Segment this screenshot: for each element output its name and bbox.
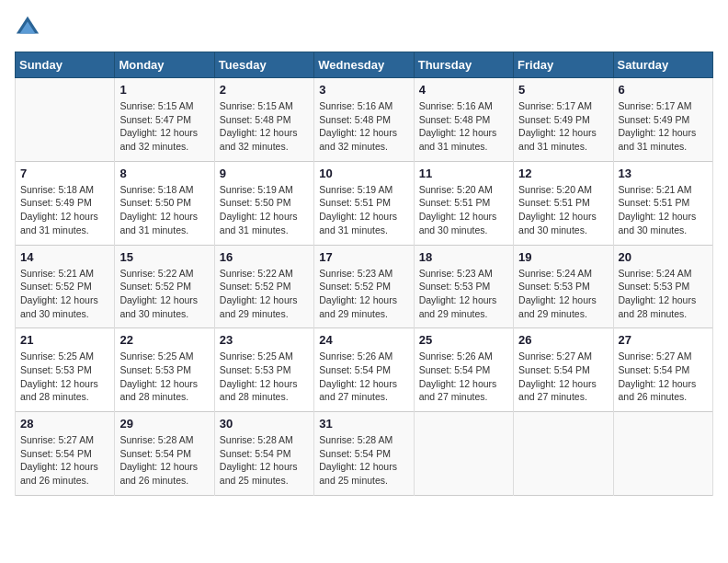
calendar-cell: 30Sunrise: 5:28 AMSunset: 5:54 PMDayligh…: [214, 412, 313, 496]
calendar-cell: 24Sunrise: 5:26 AMSunset: 5:54 PMDayligh…: [314, 328, 414, 412]
calendar-cell: 11Sunrise: 5:20 AMSunset: 5:51 PMDayligh…: [414, 161, 513, 245]
calendar-cell: 21Sunrise: 5:25 AMSunset: 5:53 PMDayligh…: [16, 328, 115, 412]
day-number: 22: [119, 333, 209, 347]
day-info: Sunrise: 5:21 AMSunset: 5:52 PMDaylight:…: [20, 267, 109, 321]
header-cell-saturday: Saturday: [613, 52, 712, 78]
calendar-cell: 10Sunrise: 5:19 AMSunset: 5:51 PMDayligh…: [314, 161, 414, 245]
day-number: 12: [518, 167, 608, 180]
day-info: Sunrise: 5:19 AMSunset: 5:50 PMDaylight:…: [220, 183, 309, 237]
day-number: 27: [619, 333, 708, 347]
day-info: Sunrise: 5:22 AMSunset: 5:52 PMDaylight:…: [119, 267, 209, 321]
day-number: 2: [220, 83, 309, 97]
day-number: 24: [319, 333, 408, 347]
day-number: 11: [419, 167, 508, 180]
calendar-header-row: SundayMondayTuesdayWednesdayThursdayFrid…: [16, 52, 713, 78]
day-number: 17: [319, 250, 408, 264]
calendar-cell: 8Sunrise: 5:18 AMSunset: 5:50 PMDaylight…: [115, 161, 214, 245]
day-info: Sunrise: 5:27 AMSunset: 5:54 PMDaylight:…: [20, 433, 109, 488]
calendar-cell: 22Sunrise: 5:25 AMSunset: 5:53 PMDayligh…: [115, 328, 214, 412]
day-number: 30: [220, 417, 309, 431]
day-info: Sunrise: 5:18 AMSunset: 5:49 PMDaylight:…: [20, 183, 109, 237]
page-header: [15, 15, 713, 40]
day-number: 25: [419, 333, 508, 347]
day-info: Sunrise: 5:28 AMSunset: 5:54 PMDaylight:…: [220, 433, 309, 488]
calendar-cell: 18Sunrise: 5:23 AMSunset: 5:53 PMDayligh…: [414, 245, 513, 328]
day-number: 1: [119, 83, 209, 97]
calendar-cell: 31Sunrise: 5:28 AMSunset: 5:54 PMDayligh…: [314, 412, 414, 496]
calendar-week-row: 21Sunrise: 5:25 AMSunset: 5:53 PMDayligh…: [16, 328, 713, 412]
day-info: Sunrise: 5:21 AMSunset: 5:51 PMDaylight:…: [619, 183, 708, 237]
day-info: Sunrise: 5:24 AMSunset: 5:53 PMDaylight:…: [518, 267, 608, 321]
day-info: Sunrise: 5:28 AMSunset: 5:54 PMDaylight:…: [319, 433, 408, 488]
header-cell-monday: Monday: [115, 52, 214, 78]
logo: [15, 15, 44, 40]
day-info: Sunrise: 5:23 AMSunset: 5:52 PMDaylight:…: [319, 267, 408, 321]
day-info: Sunrise: 5:15 AMSunset: 5:47 PMDaylight:…: [119, 99, 209, 154]
header-cell-tuesday: Tuesday: [214, 52, 313, 78]
day-number: 18: [419, 250, 508, 264]
calendar-cell: [514, 412, 613, 496]
day-info: Sunrise: 5:23 AMSunset: 5:53 PMDaylight:…: [419, 267, 508, 321]
calendar-cell: [414, 412, 513, 496]
day-info: Sunrise: 5:19 AMSunset: 5:51 PMDaylight:…: [319, 183, 408, 237]
calendar-cell: 2Sunrise: 5:15 AMSunset: 5:48 PMDaylight…: [214, 78, 313, 162]
calendar-cell: 28Sunrise: 5:27 AMSunset: 5:54 PMDayligh…: [16, 412, 115, 496]
calendar-cell: [613, 412, 712, 496]
logo-icon: [15, 15, 40, 40]
calendar-cell: 25Sunrise: 5:26 AMSunset: 5:54 PMDayligh…: [414, 328, 513, 412]
calendar-week-row: 14Sunrise: 5:21 AMSunset: 5:52 PMDayligh…: [16, 245, 713, 328]
calendar-cell: 12Sunrise: 5:20 AMSunset: 5:51 PMDayligh…: [514, 161, 613, 245]
calendar-week-row: 28Sunrise: 5:27 AMSunset: 5:54 PMDayligh…: [16, 412, 713, 496]
day-info: Sunrise: 5:17 AMSunset: 5:49 PMDaylight:…: [518, 99, 608, 154]
day-number: 5: [518, 83, 608, 97]
calendar-cell: [16, 78, 115, 162]
day-number: 26: [518, 333, 608, 347]
day-info: Sunrise: 5:20 AMSunset: 5:51 PMDaylight:…: [518, 183, 608, 237]
calendar-cell: 27Sunrise: 5:27 AMSunset: 5:54 PMDayligh…: [613, 328, 712, 412]
day-info: Sunrise: 5:27 AMSunset: 5:54 PMDaylight:…: [518, 350, 608, 404]
day-number: 9: [220, 167, 309, 180]
day-info: Sunrise: 5:24 AMSunset: 5:53 PMDaylight:…: [619, 267, 708, 321]
calendar-table: SundayMondayTuesdayWednesdayThursdayFrid…: [15, 52, 713, 496]
day-info: Sunrise: 5:17 AMSunset: 5:49 PMDaylight:…: [619, 99, 708, 154]
day-info: Sunrise: 5:22 AMSunset: 5:52 PMDaylight:…: [220, 267, 309, 321]
day-number: 31: [319, 417, 408, 431]
day-info: Sunrise: 5:20 AMSunset: 5:51 PMDaylight:…: [419, 183, 508, 237]
calendar-cell: 19Sunrise: 5:24 AMSunset: 5:53 PMDayligh…: [514, 245, 613, 328]
day-info: Sunrise: 5:25 AMSunset: 5:53 PMDaylight:…: [119, 350, 209, 404]
day-number: 6: [619, 83, 708, 97]
header-cell-wednesday: Wednesday: [314, 52, 414, 78]
day-info: Sunrise: 5:25 AMSunset: 5:53 PMDaylight:…: [220, 350, 309, 404]
day-number: 20: [619, 250, 708, 264]
calendar-week-row: 1Sunrise: 5:15 AMSunset: 5:47 PMDaylight…: [16, 78, 713, 162]
day-number: 13: [619, 167, 708, 180]
calendar-cell: 6Sunrise: 5:17 AMSunset: 5:49 PMDaylight…: [613, 78, 712, 162]
header-cell-sunday: Sunday: [16, 52, 115, 78]
calendar-cell: 1Sunrise: 5:15 AMSunset: 5:47 PMDaylight…: [115, 78, 214, 162]
day-info: Sunrise: 5:27 AMSunset: 5:54 PMDaylight:…: [619, 350, 708, 404]
calendar-week-row: 7Sunrise: 5:18 AMSunset: 5:49 PMDaylight…: [16, 161, 713, 245]
day-info: Sunrise: 5:15 AMSunset: 5:48 PMDaylight:…: [220, 99, 309, 154]
day-info: Sunrise: 5:16 AMSunset: 5:48 PMDaylight:…: [319, 99, 408, 154]
calendar-cell: 4Sunrise: 5:16 AMSunset: 5:48 PMDaylight…: [414, 78, 513, 162]
calendar-cell: 23Sunrise: 5:25 AMSunset: 5:53 PMDayligh…: [214, 328, 313, 412]
day-number: 4: [419, 83, 508, 97]
day-number: 7: [20, 167, 109, 180]
header-cell-friday: Friday: [514, 52, 613, 78]
day-info: Sunrise: 5:25 AMSunset: 5:53 PMDaylight:…: [20, 350, 109, 404]
day-number: 10: [319, 167, 408, 180]
day-info: Sunrise: 5:28 AMSunset: 5:54 PMDaylight:…: [119, 433, 209, 488]
day-number: 14: [20, 250, 109, 264]
day-number: 3: [319, 83, 408, 97]
day-info: Sunrise: 5:16 AMSunset: 5:48 PMDaylight:…: [419, 99, 508, 154]
calendar-cell: 26Sunrise: 5:27 AMSunset: 5:54 PMDayligh…: [514, 328, 613, 412]
day-number: 15: [119, 250, 209, 264]
calendar-cell: 9Sunrise: 5:19 AMSunset: 5:50 PMDaylight…: [214, 161, 313, 245]
calendar-cell: 29Sunrise: 5:28 AMSunset: 5:54 PMDayligh…: [115, 412, 214, 496]
calendar-cell: 14Sunrise: 5:21 AMSunset: 5:52 PMDayligh…: [16, 245, 115, 328]
calendar-cell: 7Sunrise: 5:18 AMSunset: 5:49 PMDaylight…: [16, 161, 115, 245]
day-info: Sunrise: 5:18 AMSunset: 5:50 PMDaylight:…: [119, 183, 209, 237]
day-number: 29: [119, 417, 209, 431]
calendar-cell: 5Sunrise: 5:17 AMSunset: 5:49 PMDaylight…: [514, 78, 613, 162]
calendar-cell: 15Sunrise: 5:22 AMSunset: 5:52 PMDayligh…: [115, 245, 214, 328]
